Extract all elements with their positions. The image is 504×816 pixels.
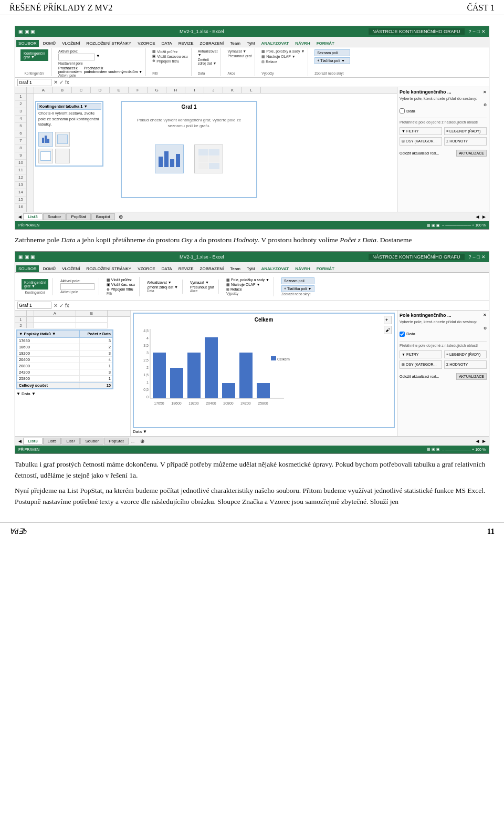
tab-data-2[interactable]: DATA xyxy=(160,265,174,272)
pivot-sort-icon[interactable]: ▼ xyxy=(52,332,56,336)
relace-btn[interactable]: ⊞ Relace xyxy=(261,60,304,64)
insert-function-icon-2[interactable]: fx xyxy=(65,303,69,308)
tab-domu[interactable]: DOMŮ xyxy=(41,40,58,47)
help-btn-2[interactable]: ? xyxy=(469,254,471,260)
rc2-tlacitka[interactable]: + Tlačítka polí ▼ xyxy=(281,285,314,292)
tab-revize[interactable]: REVIZE xyxy=(176,40,196,47)
rc2-presunut[interactable]: Přesunout graf xyxy=(190,285,214,289)
rc2-vymazat[interactable]: Vymazat ▼ xyxy=(190,281,214,284)
tab-soubor[interactable]: SOUBOR xyxy=(16,40,39,47)
tab-tym-2[interactable]: TýM xyxy=(245,265,257,272)
tab-navrh[interactable]: NÁVRH xyxy=(293,40,312,47)
zone-hodnoty-2[interactable]: Σ HODNOTY xyxy=(444,360,487,369)
tab-soubor-2[interactable]: SOUBOR xyxy=(16,265,39,272)
tab-domu-2[interactable]: DOMŮ xyxy=(41,265,58,272)
insert-slicer-btn[interactable]: ▦ Vložit průřez xyxy=(152,49,187,54)
chart-brush-btn[interactable]: 🖌 xyxy=(384,326,392,334)
data-checkbox-1[interactable] xyxy=(400,108,405,113)
active-field-input-2[interactable] xyxy=(60,283,94,290)
tab-vlozeni[interactable]: VLOŽENÍ xyxy=(60,40,82,47)
tab-list5[interactable]: List5 xyxy=(43,438,61,445)
tab-list7[interactable]: List7 xyxy=(61,438,80,445)
tab-popstat-2[interactable]: PopStat xyxy=(104,438,128,445)
data-checkbox-2[interactable] xyxy=(400,332,405,337)
settings-icon[interactable]: ⚙ xyxy=(484,103,487,107)
rc2-relace[interactable]: ⊞ Relace xyxy=(226,287,269,292)
tab-soubor-sheet[interactable]: Soubor xyxy=(43,213,66,220)
minimize-btn[interactable]: – xyxy=(473,29,476,34)
tab-list3-2[interactable]: List3 xyxy=(23,438,43,445)
pivot-filter-icon[interactable]: ▼ xyxy=(19,332,23,336)
help-btn[interactable]: ? xyxy=(469,29,471,34)
nav-left-2[interactable]: ◄ xyxy=(17,438,23,444)
nastroje-olap-btn[interactable]: ▦ Nástroje OLAP ▼ xyxy=(261,55,304,59)
cancel-formula-icon-2[interactable]: ✕ xyxy=(54,303,58,308)
rc2-timeline-btn[interactable]: ▣ Vložit čas. osu xyxy=(107,283,135,287)
change-source-btn[interactable]: Změnitzdroj dat ▼ xyxy=(198,58,218,65)
tab-popstat[interactable]: PopStat xyxy=(66,213,90,220)
cancel-formula-icon[interactable]: ✕ xyxy=(54,79,58,85)
field-settings-btn[interactable]: Nastavení pole xyxy=(58,61,83,65)
nav-left-icon[interactable]: ◄ xyxy=(17,214,23,220)
settings-icon-2[interactable]: ⚙ xyxy=(484,326,487,330)
pivot-chart-btn[interactable]: Kontingenčnígraf ▼ xyxy=(20,49,48,61)
rc2-refresh-btn[interactable]: Aktualizovat ▼ xyxy=(147,281,178,284)
update-btn-2[interactable]: AKTUALIZACE xyxy=(456,373,487,380)
tab-team-2[interactable]: Team xyxy=(228,265,243,272)
insert-timeline-btn[interactable]: ▣ Vložit časovou osu xyxy=(152,54,187,58)
minimize-btn-2[interactable]: – xyxy=(473,254,476,260)
tab-navrh-2[interactable]: NÁVRH xyxy=(293,265,312,272)
tab-analyzovat[interactable]: ANALYZOVAT xyxy=(259,40,291,47)
active-field-input[interactable] xyxy=(58,54,95,60)
name-box-2[interactable]: Graf 1 xyxy=(17,302,51,309)
confirm-formula-icon-2[interactable]: ✓ xyxy=(59,303,64,308)
collapse-btn[interactable]: Procházet kpodrobnostem souhrnným datům … xyxy=(84,66,143,74)
zone-osy-1[interactable]: ⊞ OSY (KATEGOR... xyxy=(400,137,442,146)
chart-add-btn[interactable]: + xyxy=(384,316,392,324)
tab-vzorce[interactable]: VZORCE xyxy=(135,40,157,47)
tab-boxplot[interactable]: Boxplot xyxy=(91,213,115,220)
close-panel-icon[interactable]: ✕ xyxy=(483,90,487,95)
close-btn[interactable]: ✕ xyxy=(481,29,486,34)
rc2-source-btn[interactable]: Změnit zdroj dat ▼ xyxy=(147,285,178,289)
maximize-btn[interactable]: □ xyxy=(477,29,480,34)
rc2-vlozit-btn[interactable]: ▦ Vložit průřez xyxy=(107,278,135,282)
zone-osy-2[interactable]: ⊞ OSY (KATEGOR... xyxy=(400,360,442,369)
tab-data[interactable]: DATA xyxy=(160,40,174,47)
insert-function-icon[interactable]: fx xyxy=(65,79,69,85)
update-btn-1[interactable]: AKTUALIZACE xyxy=(456,150,487,157)
tab-more[interactable]: ... xyxy=(129,438,137,444)
tab-vzorce-2[interactable]: VZORCE xyxy=(135,265,157,272)
close-btn-2[interactable]: ✕ xyxy=(481,254,486,260)
pivot-expand-icon[interactable]: ▼ xyxy=(84,104,88,109)
seznam-poli-btn[interactable]: Seznam polí xyxy=(314,49,350,56)
tab-revize-2[interactable]: REVIZE xyxy=(176,265,196,272)
close-panel-icon-2[interactable]: ✕ xyxy=(483,313,487,317)
rc2-olap[interactable]: ▦ Nástroje OLAP ▼ xyxy=(226,283,269,287)
data-dd-icon[interactable]: ▼ xyxy=(143,429,147,434)
zone-hodnoty-1[interactable]: Σ HODNOTY xyxy=(444,137,487,146)
presunut-btn[interactable]: Přesunout graf xyxy=(227,54,251,58)
tab-tym[interactable]: TýM xyxy=(245,40,257,47)
refresh-btn[interactable]: Aktualizovat▼ xyxy=(198,49,218,57)
tab-add[interactable]: ⊕ xyxy=(116,213,126,220)
tab-rozlozeni-2[interactable]: ROZLOŽENÍ STRÁNKY xyxy=(84,265,133,272)
rc2-seznam[interactable]: Seznam polí xyxy=(281,277,314,284)
tab-vlozeni-2[interactable]: VLOŽENÍ xyxy=(60,265,82,272)
tab-soubor-2[interactable]: Soubor xyxy=(80,438,103,445)
tab-format-2[interactable]: FORMÁT xyxy=(314,265,337,272)
tab-add-2[interactable]: ⊕ xyxy=(137,438,148,445)
connect-filter-btn[interactable]: ⊕ Připojení filtru xyxy=(152,59,187,63)
rc2-filter-btn[interactable]: ⊕ Připojení filtru xyxy=(107,287,135,292)
tab-analyzovat-2[interactable]: ANALYZOVAT xyxy=(259,265,291,272)
tlacitka-poli-btn[interactable]: + Tlačítka polí ▼ xyxy=(314,57,350,64)
pivot-chart-btn-2[interactable]: Kontingenčnígraf ▼ xyxy=(22,279,48,290)
name-box-1[interactable]: Graf 1 xyxy=(17,79,51,86)
expand-btn[interactable]: Procházet kpodrobnostem xyxy=(58,66,82,74)
tab-zobrazeni-2[interactable]: ZOBRAZENÍ xyxy=(198,265,226,272)
zone-filtry-2[interactable]: ▼ FILTRY xyxy=(400,350,442,358)
maximize-btn-2[interactable]: □ xyxy=(477,254,480,260)
tab-rozlozeni[interactable]: ROZLOŽENÍ STRÁNKY xyxy=(84,40,133,47)
tab-format[interactable]: FORMÁT xyxy=(314,40,337,47)
confirm-formula-icon[interactable]: ✓ xyxy=(59,79,64,85)
